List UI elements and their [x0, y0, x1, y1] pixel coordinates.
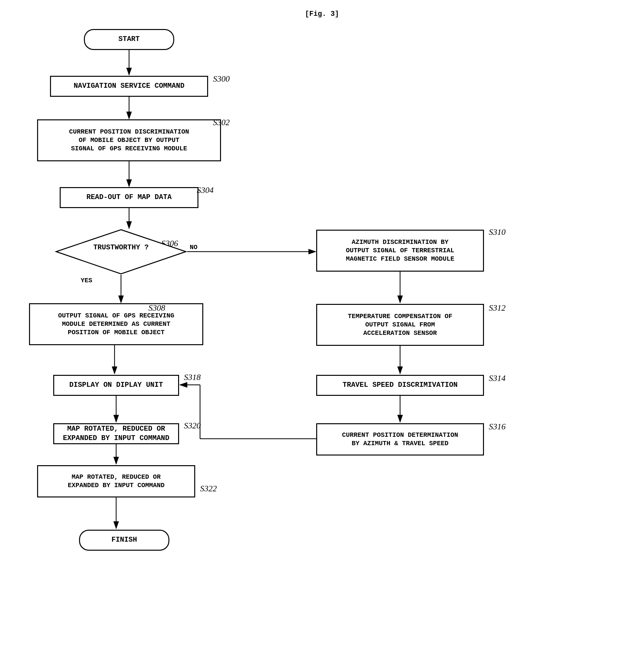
- step-s314-label: S314: [489, 374, 506, 383]
- step-s310-label: S310: [489, 228, 506, 237]
- s308-box: OUTPUT SIGNAL OF GPS RECEIVINGMODULE DET…: [29, 303, 203, 345]
- step-s322-label: S322: [200, 484, 217, 494]
- s302-box: CURRENT POSITION DISCRIMINATIONOF MOBILE…: [37, 119, 221, 161]
- s312-box: TEMPERATURE COMPENSATION OFOUTPUT SIGNAL…: [316, 304, 484, 346]
- s300-box: NAVIGATION SERVICE COMMAND: [50, 76, 208, 97]
- diagram-container: [Fig. 3]: [0, 0, 644, 661]
- s320-box: MAP ROTATED, REDUCED OR EXPANDED BY INPU…: [53, 423, 179, 444]
- s314-box: TRAVEL SPEED DISCRIMIVATION: [316, 375, 484, 396]
- start-node: START: [84, 29, 174, 50]
- step-s304-label: S304: [197, 186, 213, 195]
- s310-box: AZIMUTH DISCRIMINATION BYOUTPUT SIGNAL O…: [316, 230, 484, 272]
- step-s316-label: S316: [489, 422, 506, 432]
- step-s320-label: S320: [184, 421, 201, 431]
- no-label: NO: [190, 243, 198, 251]
- svg-text:TRUSTWORTHY ?: TRUSTWORTHY ?: [93, 243, 149, 252]
- s322-box: MAP ROTATED, REDUCED OREXPANDED BY INPUT…: [37, 465, 195, 497]
- yes-label: YES: [80, 277, 92, 284]
- s318-box: DISPLAY ON DIPLAY UNIT: [53, 375, 179, 396]
- step-s312-label: S312: [489, 303, 506, 313]
- figure-title: [Fig. 3]: [305, 10, 339, 19]
- step-s318-label: S318: [184, 373, 201, 382]
- svg-marker-17: [56, 230, 186, 274]
- s306-diamond: TRUSTWORTHY ?: [55, 229, 187, 275]
- s316-box: CURRENT POSITION DETERMINATIONBY AZIMUTH…: [316, 423, 484, 455]
- s304-box: READ-OUT OF MAP DATA: [60, 187, 199, 208]
- finish-node: FINISH: [79, 530, 169, 551]
- step-s300-label: S300: [213, 74, 230, 84]
